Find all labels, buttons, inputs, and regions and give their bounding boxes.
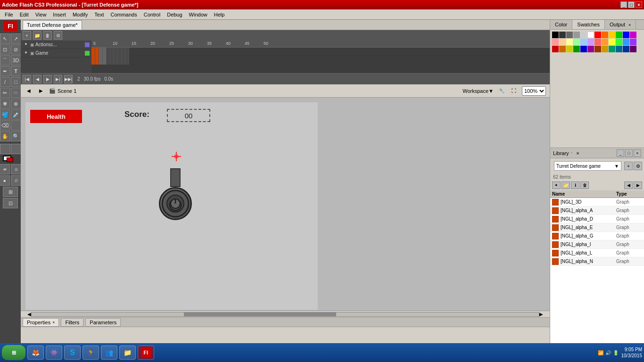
- list-item[interactable]: [NGL]_alpha_E Graph: [550, 223, 644, 232]
- lib-props[interactable]: ℹ: [571, 181, 579, 189]
- document-tab[interactable]: Turret Defense game*: [23, 20, 82, 30]
- frame-3-game[interactable]: [99, 56, 103, 65]
- menu-edit[interactable]: Edit: [17, 11, 32, 18]
- swatch[interactable]: [616, 32, 622, 38]
- swatch[interactable]: [587, 46, 594, 52]
- tab-color[interactable]: Color: [550, 20, 572, 29]
- stage-forward-btn[interactable]: ▶: [37, 87, 45, 95]
- frame-10-game[interactable]: [125, 56, 129, 65]
- tool-lasso[interactable]: ⌒: [0, 55, 10, 66]
- tl-new-folder[interactable]: 📁: [33, 31, 41, 40]
- layer-row-actions[interactable]: ● ▣ Actionsc...: [21, 41, 91, 49]
- swatch[interactable]: [580, 46, 587, 52]
- swatch[interactable]: [573, 39, 580, 45]
- swatch[interactable]: [630, 39, 636, 45]
- swatch[interactable]: [559, 46, 566, 52]
- clock[interactable]: 9:05 PM 10/3/2015: [621, 346, 643, 359]
- frame-2-game[interactable]: [95, 56, 99, 65]
- list-item[interactable]: [NGL]_alpha_N Graph: [550, 257, 644, 266]
- title-bar-controls[interactable]: _ □ ×: [620, 1, 642, 8]
- swatch[interactable]: [623, 46, 629, 52]
- tool-eraser[interactable]: ⌫: [0, 120, 10, 131]
- output-close[interactable]: ×: [628, 23, 631, 27]
- tl-new-layer[interactable]: +: [23, 31, 31, 40]
- swatch[interactable]: [602, 32, 608, 38]
- tool-swap[interactable]: ⇄: [0, 164, 10, 174]
- tool-pen[interactable]: ✒: [0, 66, 10, 76]
- swatch[interactable]: [594, 39, 601, 45]
- frame-4-actions[interactable]: [103, 48, 107, 56]
- taskbar-app5[interactable]: 👥: [101, 346, 117, 360]
- swatch[interactable]: [616, 46, 622, 52]
- tool-3d[interactable]: 3D: [11, 55, 21, 66]
- frame-6-actions[interactable]: [110, 48, 114, 56]
- tool-eyedrop[interactable]: 💉: [11, 109, 21, 120]
- tool-pencil[interactable]: ✏: [0, 88, 10, 98]
- swatch[interactable]: [552, 46, 559, 52]
- fit-page-btn[interactable]: 🔧: [497, 87, 506, 95]
- library-close-btn[interactable]: ×: [576, 150, 579, 156]
- tool-zoom[interactable]: 🔍: [11, 131, 21, 141]
- swatch[interactable]: [602, 46, 608, 52]
- tab-filters[interactable]: Filters: [61, 318, 83, 327]
- menu-file[interactable]: File: [2, 11, 16, 18]
- swatch[interactable]: [573, 46, 580, 52]
- layer-row-game[interactable]: ● ▣ Game: [21, 49, 91, 58]
- swatch[interactable]: [587, 32, 594, 38]
- frame-7-game[interactable]: [114, 56, 118, 65]
- taskbar-flash[interactable]: Fl: [138, 346, 154, 360]
- tool-arrow[interactable]: ↖: [0, 33, 10, 44]
- tool-bone[interactable]: ⊕: [11, 99, 21, 109]
- list-item[interactable]: [NGL]_3D Graph: [550, 198, 644, 206]
- frame-9-game[interactable]: [122, 56, 125, 65]
- tool-transform[interactable]: ⊡: [0, 44, 10, 55]
- maximize-button[interactable]: □: [628, 1, 635, 8]
- tl-settings[interactable]: ⚙: [54, 31, 62, 40]
- tool-fill[interactable]: 🪣: [0, 109, 10, 120]
- frame-5-game[interactable]: [107, 56, 110, 65]
- frame-3-actions[interactable]: [99, 48, 103, 56]
- tool-text[interactable]: T: [11, 66, 21, 76]
- tool-hand[interactable]: ✋: [0, 131, 10, 141]
- swatch[interactable]: [609, 39, 615, 45]
- list-item[interactable]: [NGL]_alpha_L Graph: [550, 249, 644, 257]
- swatch[interactable]: [594, 46, 601, 52]
- swatch[interactable]: [580, 32, 587, 38]
- tool-deco[interactable]: ✾: [0, 99, 10, 109]
- tool-default[interactable]: ◎: [11, 164, 21, 174]
- h-thumb[interactable]: [184, 313, 336, 316]
- swatch[interactable]: [630, 32, 636, 38]
- swatch[interactable]: [594, 32, 601, 38]
- frame-10-actions[interactable]: [125, 48, 129, 56]
- library-close[interactable]: ×: [634, 149, 641, 157]
- taskbar-app2[interactable]: 👾: [46, 346, 62, 360]
- frame-2-actions[interactable]: [95, 48, 99, 56]
- list-item[interactable]: [NGL]_alpha_A Graph: [550, 206, 644, 215]
- tool-gradient[interactable]: ⊘: [11, 44, 21, 55]
- menu-help[interactable]: Help: [211, 11, 228, 18]
- swatch[interactable]: [623, 32, 629, 38]
- tool-none[interactable]: ∅: [11, 175, 21, 186]
- frame-6-game[interactable]: [110, 56, 114, 65]
- lib-arrow-left[interactable]: ◀: [624, 181, 633, 189]
- scroll-right-btn[interactable]: ▶: [539, 312, 543, 317]
- swatch[interactable]: [602, 39, 608, 45]
- swatch[interactable]: [552, 32, 559, 38]
- layer-eye-actions[interactable]: ●: [23, 41, 29, 48]
- swatch[interactable]: [566, 39, 573, 45]
- menu-control[interactable]: Control: [141, 11, 163, 18]
- taskbar-firefox[interactable]: 🦊: [27, 346, 44, 360]
- swatch[interactable]: [566, 32, 573, 38]
- tool-options[interactable]: ⊡: [3, 198, 18, 208]
- stage-scroll-h[interactable]: ◀ ▶: [21, 311, 550, 317]
- h-scrollbar[interactable]: [31, 312, 539, 317]
- tab-output[interactable]: Output ×: [605, 20, 636, 29]
- pb-prev[interactable]: ◀: [33, 75, 41, 83]
- scroll-left-btn[interactable]: ◀: [27, 312, 31, 317]
- tab-parameters[interactable]: Parameters: [85, 318, 121, 327]
- pb-play[interactable]: ▶: [43, 75, 52, 83]
- taskbar-explorer[interactable]: 📁: [119, 346, 136, 360]
- tab-swatches[interactable]: Swatches: [572, 20, 605, 29]
- tool-solid[interactable]: ■: [0, 175, 10, 186]
- pb-last[interactable]: ▶▶|: [64, 75, 73, 83]
